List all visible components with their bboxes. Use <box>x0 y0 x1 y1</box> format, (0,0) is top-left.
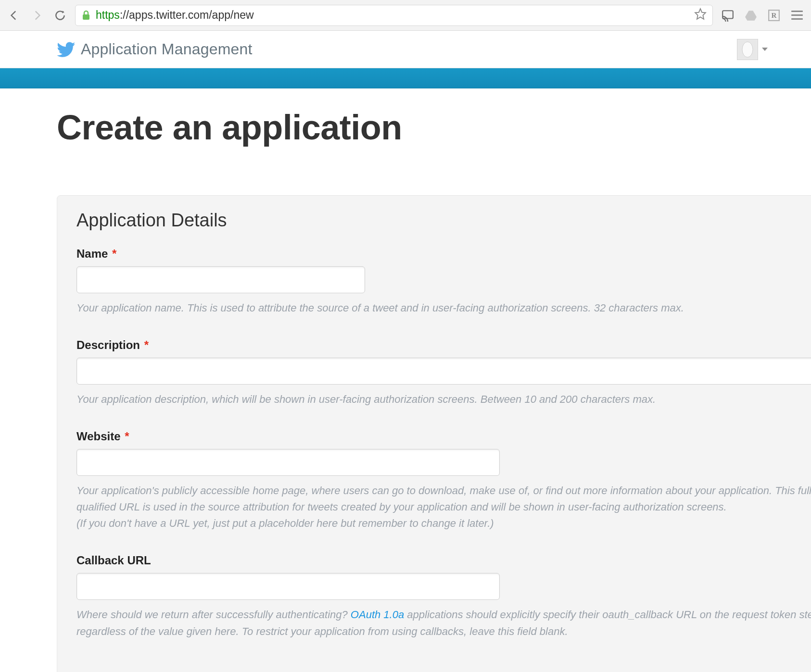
svg-marker-1 <box>695 9 706 19</box>
svg-rect-2 <box>722 11 733 18</box>
browser-menu-button[interactable] <box>789 7 805 24</box>
cast-icon[interactable] <box>720 7 736 24</box>
website-label: Website * <box>76 430 811 443</box>
bookmark-star-icon[interactable] <box>694 8 707 23</box>
field-website: Website * Your application's publicly ac… <box>76 430 811 532</box>
forward-button[interactable] <box>29 7 45 24</box>
chevron-down-icon <box>762 48 768 51</box>
description-input[interactable] <box>76 358 811 385</box>
description-label: Description * <box>76 338 811 352</box>
panel-title: Application Details <box>76 210 811 231</box>
drive-icon[interactable] <box>743 7 759 24</box>
website-label-text: Website <box>76 430 121 443</box>
r-extension-icon[interactable]: R <box>766 7 782 24</box>
oauth-link[interactable]: OAuth 1.0a <box>351 609 404 621</box>
site-header: Application Management <box>0 31 811 68</box>
hamburger-icon <box>791 11 803 20</box>
svg-point-6 <box>742 42 753 57</box>
page-title: Create an application <box>57 108 811 147</box>
url-scheme: https <box>96 9 120 22</box>
required-asterisk: * <box>112 247 116 260</box>
callback-help-pre: Where should we return after successfull… <box>76 609 351 621</box>
description-label-text: Description <box>76 338 140 351</box>
callback-input[interactable] <box>76 573 500 600</box>
url-text: https://apps.twitter.com/app/new <box>96 9 254 22</box>
website-help-line1: Your application's publicly accessible h… <box>76 485 811 513</box>
application-details-panel: Application Details Name * Your applicat… <box>57 195 811 672</box>
page-content: Create an application Application Detail… <box>0 88 811 672</box>
back-button[interactable] <box>6 7 22 24</box>
website-input[interactable] <box>76 449 500 476</box>
svg-marker-3 <box>745 11 757 21</box>
twitter-bird-icon[interactable] <box>57 40 76 59</box>
svg-text:R: R <box>772 11 777 19</box>
browser-toolbar: https://apps.twitter.com/app/new R <box>0 0 811 31</box>
website-help: Your application's publicly accessible h… <box>76 483 811 532</box>
field-callback-url: Callback URL Where should we return afte… <box>76 554 811 639</box>
address-bar[interactable]: https://apps.twitter.com/app/new <box>75 5 713 26</box>
name-help: Your application name. This is used to a… <box>76 300 811 316</box>
callback-label: Callback URL <box>76 554 811 567</box>
website-help-line2: (If you don't have a URL yet, just put a… <box>76 517 494 529</box>
required-asterisk: * <box>144 338 149 351</box>
user-menu[interactable] <box>737 39 768 60</box>
name-input[interactable] <box>76 266 365 293</box>
avatar <box>737 39 758 60</box>
url-rest: ://apps.twitter.com/app/new <box>120 9 254 22</box>
field-name: Name * Your application name. This is us… <box>76 247 811 316</box>
callback-help: Where should we return after successfull… <box>76 607 811 639</box>
reload-button[interactable] <box>52 7 68 24</box>
name-label: Name * <box>76 247 811 261</box>
required-asterisk: * <box>125 430 129 443</box>
sub-nav-bar <box>0 68 811 88</box>
field-description: Description * Your application descripti… <box>76 338 811 408</box>
name-label-text: Name <box>76 247 108 260</box>
callback-label-text: Callback URL <box>76 554 151 567</box>
description-help: Your application description, which will… <box>76 391 811 408</box>
site-title[interactable]: Application Management <box>81 40 253 58</box>
lock-icon <box>81 10 91 21</box>
svg-rect-0 <box>83 14 89 20</box>
